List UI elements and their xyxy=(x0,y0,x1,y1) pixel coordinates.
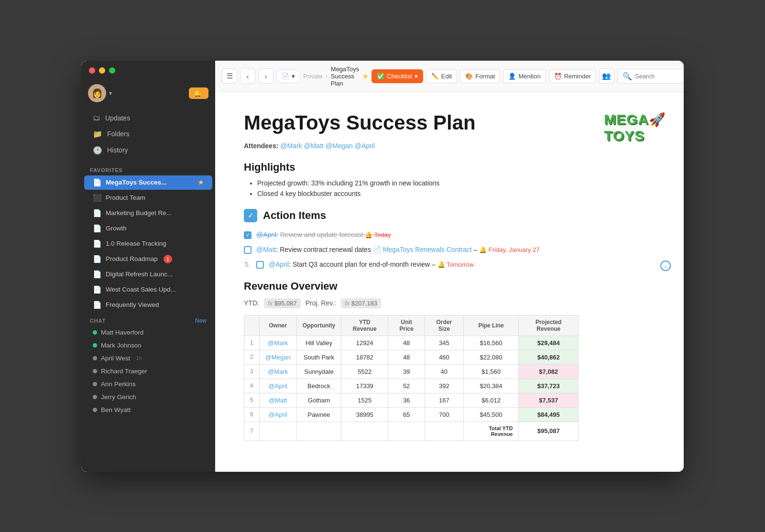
doc-content: MEGA🚀TOYS MegaToys Success Plan Attendee… xyxy=(215,92,684,472)
sidebar-item-frequently[interactable]: 📄 Frequently Viewed xyxy=(84,298,212,312)
highlights-list: Projected growth: 33% including 21% grow… xyxy=(244,179,684,197)
doc-icon-6: 📄 xyxy=(93,270,102,279)
col-unit: Unit Price xyxy=(388,315,425,336)
page-type-button[interactable]: 📄 ▾ xyxy=(276,69,300,83)
doc-icon-5: 📄 xyxy=(93,255,102,263)
checklist-icon: ✅ xyxy=(377,73,384,80)
table-row: 4 @April Bedrock 17339 52 392 $20,384 $3… xyxy=(244,379,579,393)
attendee-april[interactable]: @April xyxy=(355,142,375,150)
col-num xyxy=(244,315,260,336)
action-item-3: ⇅ @April: Start Q3 account plan for end-… xyxy=(244,259,684,271)
col-proj: Projected Revenue xyxy=(519,315,579,336)
doc-icon: 📄 xyxy=(93,178,102,187)
sidebar-item-digital[interactable]: 📄 Digital Refresh Launc... xyxy=(84,267,212,282)
sidebar-item-marketing[interactable]: 📄 Marketing Budget Re... xyxy=(84,206,212,220)
sidebar-item-release[interactable]: 📄 1.0 Release Tracking xyxy=(84,237,212,251)
reminder-tomorrow: 🔔 Tomorrow xyxy=(437,261,474,268)
reminder-jan27: 🔔 Friday, January 27 xyxy=(479,246,539,253)
action-items-header: ✓ Action Items xyxy=(244,209,684,222)
sidebar-item-folders[interactable]: 📁 Folders xyxy=(84,126,212,142)
sidebar-item-updates[interactable]: 🗂 Updates xyxy=(84,110,212,126)
table-row: 2 @Megan South Park 18782 48 460 $22,080… xyxy=(244,350,579,364)
search-input[interactable] xyxy=(635,73,683,80)
action-item-1: @April: Review and update forecast 🔔 Tod… xyxy=(244,229,684,241)
attendee-mark[interactable]: @Mark xyxy=(280,142,302,150)
col-owner: Owner xyxy=(259,315,296,336)
at-april-3: @April xyxy=(269,261,289,268)
action-checklist-icon: ✓ xyxy=(244,209,257,222)
reminder-icon: ⏰ xyxy=(554,73,562,80)
user-avatar-wrap[interactable]: 👩 ▾ xyxy=(88,84,112,102)
history-icon: 🕐 xyxy=(93,146,102,155)
offline-dot xyxy=(93,356,97,360)
offline-dot-4 xyxy=(93,395,97,399)
chat-mark[interactable]: Mark Johnson xyxy=(84,339,212,351)
online-dot-2 xyxy=(93,343,97,347)
toggle-sidebar-button[interactable]: ☰ xyxy=(222,68,237,84)
updates-icon: 🗂 xyxy=(93,114,100,122)
sidebar-item-product-team[interactable]: ⬛ Product Team xyxy=(84,191,212,205)
notification-badge[interactable]: 🔔 xyxy=(189,87,208,99)
at-matt: @Matt xyxy=(256,246,276,253)
chat-ann[interactable]: Ann Perkins xyxy=(84,378,212,390)
page-type-icon: 📄 xyxy=(282,73,289,80)
search-icon: 🔍 xyxy=(623,72,632,81)
col-opp: Opportunity xyxy=(296,315,341,336)
people-button[interactable]: 👥 xyxy=(599,68,614,84)
expand-icon[interactable]: ⌄ xyxy=(660,261,671,271)
revenue-title: Revenue Overview xyxy=(244,280,684,293)
checkbox-3[interactable] xyxy=(256,261,264,269)
edit-button[interactable]: ✏️ Edit xyxy=(426,69,457,83)
action-section: ✓ Action Items @April: Review and update… xyxy=(244,209,684,271)
attendee-matt[interactable]: @Matt xyxy=(304,142,323,150)
action-items-title: Action Items xyxy=(263,209,326,222)
chat-ben[interactable]: Ben Wyatt xyxy=(84,404,212,416)
doc-icon-4: 📄 xyxy=(93,239,102,248)
chat-april[interactable]: April West 1h xyxy=(84,352,212,364)
sort-handle-icon: ⇅ xyxy=(244,261,250,268)
roadmap-badge: 1 xyxy=(164,255,172,263)
offline-dot-3 xyxy=(93,382,97,386)
maximize-button[interactable] xyxy=(109,67,115,74)
chat-richard[interactable]: Richard Traeger xyxy=(84,365,212,377)
checklist-button[interactable]: ✅ Checklist ▾ xyxy=(372,69,423,83)
sidebar-item-westcoast[interactable]: 📄 West Coast Sales Upd... xyxy=(84,282,212,297)
close-button[interactable] xyxy=(89,67,95,74)
online-dot xyxy=(93,330,97,335)
breadcrumb-private: Private xyxy=(303,73,322,80)
attendee-megan[interactable]: @Megan xyxy=(326,142,353,150)
sidebar-nav: 🗂 Updates 📁 Folders 🕐 History xyxy=(81,107,215,162)
back-button[interactable]: ‹ xyxy=(240,68,255,84)
format-button[interactable]: 🎨 Format xyxy=(460,69,500,83)
action-item-2: @Matt: Review contract renewal dates 📄 M… xyxy=(244,244,684,256)
revenue-section: Revenue Overview YTD: fx $95,087 Proj. R… xyxy=(244,280,684,441)
highlights-title: Highlights xyxy=(244,161,684,174)
checkbox-1[interactable] xyxy=(244,231,251,239)
at-april-1: @April: xyxy=(256,231,278,239)
highlight-item-2: Closed 4 key blockbuster accounts xyxy=(257,190,684,197)
total-label: Total YTD Revenue xyxy=(463,422,519,440)
checkbox-2[interactable] xyxy=(244,246,251,254)
mention-button[interactable]: 👤 Mention xyxy=(503,69,546,83)
chat-matt[interactable]: Matt Haverford xyxy=(84,326,212,338)
table-row: 1 @Mark Hill Valley 12924 48 345 $16,560… xyxy=(244,336,579,350)
avatar: 👩 xyxy=(88,84,106,102)
contract-link[interactable]: MegaToys Renewals Contract xyxy=(383,246,472,253)
highlight-item-1: Projected growth: 33% including 21% grow… xyxy=(257,179,684,187)
sidebar: 👩 ▾ 🔔 🗂 Updates 📁 Folders 🕐 History Favo… xyxy=(81,61,215,472)
col-ytd: YTD Revenue xyxy=(341,315,388,336)
doc-icon-8: 📄 xyxy=(93,301,102,309)
reminder-button[interactable]: ⏰ Reminder xyxy=(549,69,596,83)
sidebar-item-megatoys[interactable]: 📄 MegaToys Succes... ★ xyxy=(84,175,212,190)
app-window: 👩 ▾ 🔔 🗂 Updates 📁 Folders 🕐 History Favo… xyxy=(81,61,684,472)
forward-button[interactable]: › xyxy=(258,68,273,84)
sidebar-item-roadmap[interactable]: 📄 Product Roadmap 1 xyxy=(84,252,212,266)
total-value: $95,087 xyxy=(519,422,579,440)
sidebar-item-history[interactable]: 🕐 History xyxy=(84,142,212,158)
table-row: 3 @Mark Sunnydale 5522 39 40 $1,560 $7,0… xyxy=(244,364,579,379)
sidebar-item-growth[interactable]: 📄 Growth xyxy=(84,221,212,236)
minimize-button[interactable] xyxy=(99,67,105,74)
search-box[interactable]: 🔍 xyxy=(617,69,684,84)
chat-jerry[interactable]: Jerry Gerich xyxy=(84,391,212,403)
offline-dot-2 xyxy=(93,369,97,373)
